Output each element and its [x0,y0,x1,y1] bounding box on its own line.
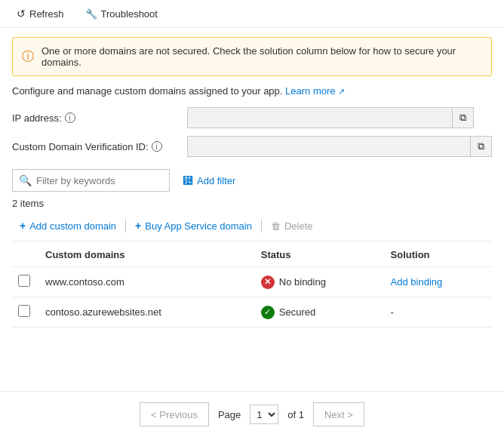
ip-address-copy-button[interactable]: ⧉ [452,108,473,128]
table-row: www.contoso.com✕No bindingAdd binding [12,267,492,297]
learn-more-link[interactable]: Learn more ↗ [285,85,345,97]
description-text: Configure and manage custom domains assi… [12,85,282,97]
delete-icon: 🗑 [271,220,281,232]
ip-address-row: IP address: i ⧉ [12,107,492,128]
custom-domain-info-icon[interactable]: i [152,141,162,152]
warning-icon: ⓘ [22,49,34,65]
add-filter-button[interactable]: ⭴ Add filter [176,169,242,192]
action-divider-1 [125,219,126,232]
page-label: Page [218,409,241,420]
filter-input-wrap: 🔍 [12,169,170,192]
custom-domain-verification-input[interactable] [188,141,470,152]
previous-button[interactable]: < Previous [140,402,209,426]
page-select[interactable]: 1 [250,405,278,424]
copy-icon: ⧉ [459,112,466,124]
troubleshoot-button[interactable]: 🔧 Troubleshoot [81,5,162,23]
domains-table: Custom domains Status Solution www.conto… [12,242,492,328]
delete-label: Delete [284,220,313,232]
table-row: contoso.azurewebsites.net✓Secured- [12,297,492,328]
filter-icon: ⭴ [183,174,193,186]
status-text: No binding [279,276,326,288]
add-filter-label: Add filter [197,175,235,186]
row-checkbox[interactable] [18,305,30,317]
external-link-icon: ↗ [338,87,345,96]
custom-domain-verification-label: Custom Domain Verification ID: i [12,141,178,152]
delete-button[interactable]: 🗑 Delete [263,217,321,235]
ip-address-input-wrap: ⧉ [187,107,474,128]
troubleshoot-label: Troubleshoot [101,8,158,20]
ip-address-label: IP address: i [12,112,178,124]
refresh-icon [17,8,26,20]
add-custom-domain-button[interactable]: + Add custom domain [12,217,124,235]
copy-icon-2: ⧉ [478,140,484,152]
learn-more-label: Learn more [285,85,335,97]
warning-message: One or more domains are not secured. Che… [41,45,482,68]
table-header-solution: Solution [385,242,492,267]
add-custom-domain-label: Add custom domain [29,220,116,232]
action-divider-2 [261,219,262,232]
description: Configure and manage custom domains assi… [12,85,492,97]
action-bar: + Add custom domain + Buy App Service do… [12,217,492,242]
table-cell-domain: contoso.azurewebsites.net [39,297,255,328]
row-checkbox[interactable] [18,275,30,287]
status-text: Secured [279,306,315,318]
filter-row: 🔍 ⭴ Add filter [12,169,492,192]
previous-label: < Previous [151,409,198,420]
toolbar: Refresh 🔧 Troubleshoot [0,0,504,28]
solution-link[interactable]: Add binding [391,276,443,288]
troubleshoot-icon: 🔧 [85,8,97,20]
table-cell-checkbox [12,297,39,328]
of-label: of 1 [287,409,304,420]
filter-input[interactable] [36,175,163,186]
table-header-status: Status [255,242,385,267]
table-header-row: Custom domains Status Solution [12,242,492,267]
ip-address-input[interactable] [188,112,452,123]
table-cell-solution: Add binding [385,267,492,297]
add-custom-domain-plus-icon: + [20,220,26,232]
next-button[interactable]: Next > [313,402,364,426]
custom-domain-copy-button[interactable]: ⧉ [470,137,491,156]
next-label: Next > [324,409,353,420]
buy-app-service-domain-button[interactable]: + Buy App Service domain [128,217,260,235]
table-header-custom-domains: Custom domains [39,242,255,267]
buy-domain-plus-icon: + [135,220,141,232]
search-icon: 🔍 [19,174,32,186]
ip-address-info-icon[interactable]: i [65,112,75,123]
refresh-button[interactable]: Refresh [12,5,69,23]
table-cell-status: ✓Secured [255,297,385,328]
pagination: < Previous Page 1 of 1 Next > [0,391,504,437]
warning-banner: ⓘ One or more domains are not secured. C… [12,37,492,76]
solution-text: - [391,306,394,318]
table-cell-checkbox [12,267,39,297]
custom-domain-verification-input-wrap: ⧉ [187,136,492,157]
buy-app-service-domain-label: Buy App Service domain [145,220,252,232]
table-cell-solution: - [385,297,492,328]
table-cell-status: ✕No binding [255,267,385,297]
table-cell-domain: www.contoso.com [39,267,255,297]
status-success-icon: ✓ [261,306,275,319]
main-content: Configure and manage custom domains assi… [0,85,504,328]
status-error-icon: ✕ [261,275,275,289]
item-count: 2 items [12,198,492,209]
refresh-label: Refresh [29,8,64,20]
custom-domain-verification-row: Custom Domain Verification ID: i ⧉ [12,136,492,157]
table-header-checkbox [12,242,39,267]
